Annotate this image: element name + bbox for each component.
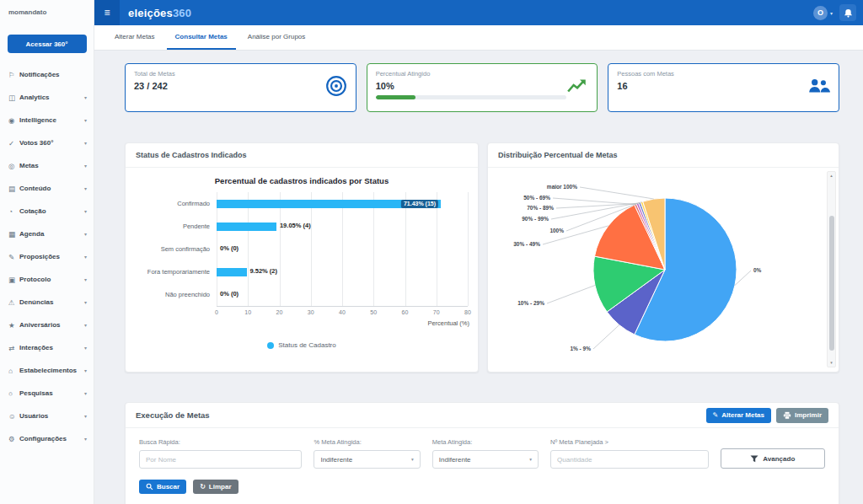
- meta-planejada-input[interactable]: [550, 450, 709, 469]
- sidebar-item-cotacao[interactable]: ◔Cotação▾: [0, 200, 94, 223]
- bar: [217, 268, 247, 276]
- chevron-down-icon: ▾: [411, 457, 414, 462]
- sidebar-item-estabelecimentos[interactable]: ⌂Estabelecimentos▾: [0, 359, 94, 382]
- sidebar-item-label: Interações: [19, 344, 83, 351]
- execution-header: Execução de Metas ✎ Alterar Metas: [126, 403, 839, 428]
- target-icon: [325, 75, 347, 100]
- card-label: Percentual Atingido: [376, 70, 567, 78]
- sidebar-item-configuracoes[interactable]: ⚙Configurações▾: [0, 427, 94, 450]
- chevron-down-icon: ▾: [84, 185, 87, 191]
- chevron-down-icon: ▾: [84, 208, 87, 214]
- sidebar-item-label: Intelligence: [19, 116, 83, 124]
- scrollbar-thumb[interactable]: [829, 216, 834, 351]
- sidebar-item-notificacoes[interactable]: ⚐Notificações: [0, 63, 94, 86]
- grid-line: [311, 192, 312, 306]
- advanced-button[interactable]: Avançado: [721, 448, 825, 469]
- tab-bar: Alterar MetasConsultar MetasAnálise por …: [94, 25, 863, 51]
- card-value: 10%: [376, 81, 567, 91]
- chevron-down-icon: ▾: [84, 299, 87, 305]
- button-label: Imprimir: [795, 411, 822, 419]
- percent-meta-select[interactable]: Indiferente ▾: [314, 450, 420, 469]
- sidebar-logo: momandato: [0, 7, 94, 21]
- sidebar-item-label: Usuários: [19, 412, 83, 420]
- sidebar-item-label: Agenda: [19, 230, 83, 238]
- sidebar-item-interacoes[interactable]: ⇄Interações▾: [0, 336, 94, 359]
- sidebar-item-pesquisas[interactable]: ○Pesquisas▾: [0, 382, 94, 405]
- print-button[interactable]: Imprimir: [776, 408, 828, 423]
- tab-consultar-metas[interactable]: Consultar Metas: [167, 25, 236, 50]
- access-360-button[interactable]: Acessar 360°: [8, 35, 87, 53]
- chevron-down-icon: ▾: [84, 163, 87, 169]
- brand-logo: eleições360: [128, 7, 191, 19]
- sidebar-item-denuncias[interactable]: ⚠Denúncias▾: [0, 291, 94, 314]
- field-label: Meta Atingida:: [432, 438, 539, 446]
- quick-search-input[interactable]: [139, 450, 302, 469]
- sidebar-item-label: Cotação: [19, 207, 83, 215]
- scroll-down-icon[interactable]: ▾: [828, 359, 835, 367]
- chevron-down-icon: ▾: [84, 254, 87, 260]
- calendar-icon: ▦: [8, 230, 19, 239]
- bar-chart-icon: ◫: [8, 94, 19, 102]
- brand-secondary: 360: [173, 7, 191, 19]
- sidebar-item-label: Aniversários: [19, 321, 83, 329]
- sidebar-item-usuarios[interactable]: ☺Usuários▾: [0, 405, 94, 427]
- stat-cards-row: Total de Metas 23 / 242 Percentual Ating…: [125, 63, 839, 112]
- sidebar-item-votos-360[interactable]: ✓Votos 360°▾: [0, 131, 94, 154]
- pie-panel-scrollbar[interactable]: ▴ ▾: [827, 171, 836, 367]
- grid-line: [405, 192, 406, 306]
- meta-planejada-field: Nº Meta Planejada >: [550, 438, 709, 469]
- menu-toggle-button[interactable]: ≡: [94, 0, 120, 25]
- button-label: Alterar Metas: [721, 411, 764, 419]
- category-label: Fora temporariamente: [136, 260, 210, 283]
- sidebar-item-agenda[interactable]: ▦Agenda▾: [0, 223, 94, 245]
- bar-value-label: 9.52% (2): [249, 267, 277, 275]
- alter-metas-button[interactable]: ✎ Alterar Metas: [706, 408, 771, 423]
- sidebar-item-metas[interactable]: ◎Metas▾: [0, 154, 94, 177]
- chevron-down-icon: ▾: [84, 345, 87, 351]
- bar-chart-title: Percentual de cadastros indicados por St…: [126, 176, 478, 185]
- execution-filters: Busca Rápida: % Meta Atingida: Indiferen…: [126, 428, 839, 469]
- button-label: Avançado: [763, 455, 795, 463]
- brand-primary: eleições: [128, 7, 173, 19]
- search-button[interactable]: Buscar: [139, 480, 186, 494]
- sidebar-item-conteudo[interactable]: ▤Conteúdo▾: [0, 177, 94, 200]
- leader-line: [553, 198, 635, 205]
- sidebar-item-aniversarios[interactable]: ★Aniversários▾: [0, 314, 94, 336]
- leader-line: [547, 286, 595, 304]
- category-label: Confirmado: [136, 192, 210, 215]
- sidebar-item-protocolo[interactable]: ▣Protocolo▾: [0, 268, 94, 291]
- card-value: 23 / 242: [134, 81, 325, 91]
- tab-an-lise-por-grupos[interactable]: Análise por Grupos: [239, 25, 314, 50]
- notifications-button[interactable]: [839, 4, 856, 21]
- sidebar-item-intelligence[interactable]: ◉Intelligence▾: [0, 109, 94, 131]
- grid-line: [342, 192, 343, 306]
- users-icon: ☺: [8, 412, 19, 421]
- chevron-down-icon: ▾: [84, 322, 87, 328]
- sidebar-item-proposicoes[interactable]: ✎Proposições▾: [0, 245, 94, 268]
- tab-alterar-metas[interactable]: Alterar Metas: [106, 25, 163, 50]
- scroll-up-icon[interactable]: ▴: [828, 172, 835, 180]
- user-menu[interactable]: O ▾: [813, 6, 833, 20]
- pie-label: 0%: [753, 267, 762, 273]
- meta-atingida-field: Meta Atingida: Indiferente ▾: [432, 438, 539, 469]
- x-tick-label: 80: [458, 309, 478, 315]
- button-label: Buscar: [157, 483, 180, 491]
- field-label: Busca Rápida:: [139, 438, 302, 446]
- search-icon: ○: [8, 389, 19, 398]
- progress-bar: [376, 95, 567, 99]
- bar-value-label: 0% (0): [220, 244, 239, 252]
- grid-line: [437, 192, 437, 306]
- edit-icon: ✎: [713, 411, 719, 419]
- select-value: Indiferente: [439, 456, 471, 464]
- pie-panel: Distribuição Percentual de Metas 0%1% - …: [487, 142, 839, 373]
- document-icon: ▤: [8, 185, 19, 193]
- x-tick-label: 10: [238, 309, 258, 315]
- sidebar-item-label: Configurações: [19, 435, 83, 442]
- sidebar-item-label: Votos 360°: [19, 139, 83, 147]
- x-tick-label: 40: [332, 309, 352, 315]
- pie-label: 70% - 89%: [527, 205, 554, 211]
- meta-atingida-select[interactable]: Indiferente ▾: [432, 450, 539, 469]
- clear-button[interactable]: ↻ Limpar: [193, 480, 238, 494]
- sidebar-item-analytics[interactable]: ◫Analytics▾: [0, 86, 94, 109]
- sidebar-item-label: Denúncias: [19, 298, 83, 306]
